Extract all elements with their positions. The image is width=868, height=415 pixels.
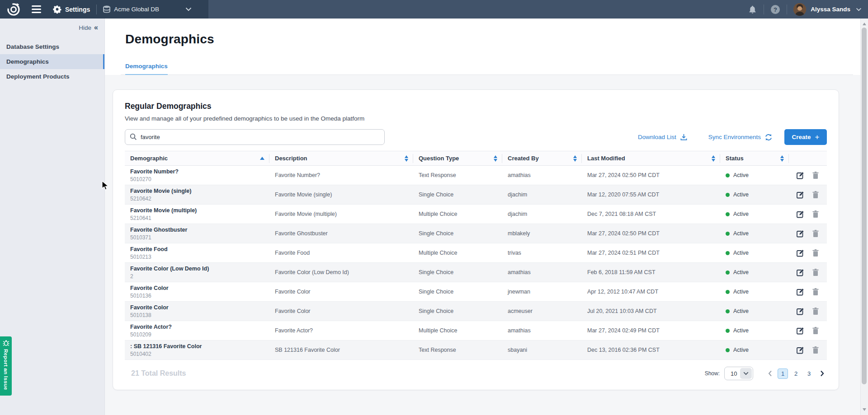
status-dot-icon xyxy=(726,270,730,275)
description-cell: Favorite Actor? xyxy=(269,327,413,334)
menu-icon[interactable] xyxy=(32,5,41,13)
table-row[interactable]: Favorite Color 5010138 Favorite Color Si… xyxy=(125,302,827,321)
sidebar-item-database-settings[interactable]: Database Settings xyxy=(0,39,104,54)
delete-icon[interactable] xyxy=(812,308,819,315)
column-header-demographic[interactable]: Demographic xyxy=(125,154,269,163)
question-circle-icon: ? xyxy=(770,5,780,14)
delete-icon[interactable] xyxy=(812,249,819,256)
bug-icon xyxy=(3,340,9,346)
column-header-description[interactable]: Description xyxy=(269,154,413,163)
table-row[interactable]: Favorite Movie (multiple) 5210641 Favori… xyxy=(125,205,827,224)
database-selector[interactable]: Acme Global DB xyxy=(103,5,192,14)
help-button[interactable]: ? xyxy=(770,5,780,14)
sync-environments-link[interactable]: Sync Environments xyxy=(708,134,773,141)
table-row[interactable]: Favorite Color 5010136 Favorite Color Si… xyxy=(125,282,827,302)
table-row[interactable]: Favorite Actor? 5010209 Favorite Actor? … xyxy=(125,321,827,340)
edit-icon[interactable] xyxy=(797,327,804,335)
status-label: Active xyxy=(733,289,749,295)
delete-icon[interactable] xyxy=(812,230,819,237)
search-icon xyxy=(130,133,137,140)
edit-icon[interactable] xyxy=(797,249,804,257)
demographic-id: 5010402 xyxy=(130,351,269,357)
created-by-cell: sbayani xyxy=(502,347,582,353)
demographic-name: Favorite Actor? xyxy=(130,324,269,330)
page-2-button[interactable]: 2 xyxy=(791,368,801,379)
report-an-issue-tab[interactable]: Report an Issue xyxy=(0,336,12,396)
table-row[interactable]: Favorite Number? 5010270 Favorite Number… xyxy=(125,166,827,185)
scrollbar-thumb[interactable] xyxy=(862,28,867,384)
total-results-label: 21 Total Results xyxy=(131,369,186,378)
hide-sidebar-button[interactable]: Hide « xyxy=(0,19,104,31)
scroll-down-arrow[interactable] xyxy=(863,408,866,411)
tab-demographics[interactable]: Demographics xyxy=(125,63,168,75)
delete-icon[interactable] xyxy=(812,210,819,218)
question-type-cell: Multiple Choice xyxy=(413,327,502,334)
search-input[interactable] xyxy=(125,129,385,145)
content-area: Regular Demographics View and manage all… xyxy=(105,75,860,415)
column-header-question-type[interactable]: Question Type xyxy=(413,154,502,163)
page-1-button[interactable]: 1 xyxy=(778,368,788,379)
navbar-divider xyxy=(96,5,97,14)
description-cell: Favorite Color xyxy=(269,308,413,314)
demographic-name: Favorite Number? xyxy=(130,168,269,175)
notifications-button[interactable] xyxy=(748,5,757,14)
page-size-select[interactable]: 10 xyxy=(724,367,753,380)
status-label: Active xyxy=(733,250,749,256)
create-button[interactable]: Create + xyxy=(784,129,827,145)
column-header-created-by[interactable]: Created By xyxy=(502,154,582,163)
sidebar-item-label: Database Settings xyxy=(6,43,59,50)
edit-icon[interactable] xyxy=(797,308,804,315)
delete-icon[interactable] xyxy=(812,172,819,179)
card-subheading: View and manage all of your predefined d… xyxy=(125,115,827,122)
navbar-right-section: ? Alyssa Sands xyxy=(748,3,868,16)
last-modified-cell: Feb 6, 2018 11:59 AM CST xyxy=(582,269,720,275)
navbar-divider xyxy=(787,5,787,14)
sidebar-item-demographics[interactable]: Demographics xyxy=(0,54,104,69)
edit-icon[interactable] xyxy=(797,210,804,218)
sidebar-item-label: Deployment Products xyxy=(6,73,70,80)
created-by-cell: amathias xyxy=(502,327,582,334)
top-navbar: Settings Acme Global DB xyxy=(0,0,868,19)
vertical-scrollbar[interactable] xyxy=(860,19,868,415)
edit-icon[interactable] xyxy=(797,346,804,354)
delete-icon[interactable] xyxy=(812,327,819,334)
edit-icon[interactable] xyxy=(797,288,804,296)
user-menu[interactable]: Alyssa Sands xyxy=(793,3,862,16)
next-page-button[interactable] xyxy=(817,368,827,378)
table-row[interactable]: : SB 121316 Favorite Color 5010402 SB 12… xyxy=(125,340,827,360)
table-footer: 21 Total Results Show: 10 xyxy=(125,360,827,389)
created-by-cell: jnewman xyxy=(502,289,582,295)
edit-icon[interactable] xyxy=(797,269,804,276)
scroll-up-arrow[interactable] xyxy=(863,23,866,25)
omeda-logo-icon[interactable] xyxy=(6,2,21,17)
sort-icon xyxy=(780,155,784,162)
created-by-cell: amathias xyxy=(502,172,582,178)
sidebar-item-deployment-products[interactable]: Deployment Products xyxy=(0,69,104,84)
column-header-status[interactable]: Status xyxy=(720,154,789,163)
sort-icon xyxy=(405,155,408,162)
delete-icon[interactable] xyxy=(812,346,819,354)
question-type-cell: Single Choice xyxy=(413,230,502,237)
last-modified-cell: Dec 7, 2021 08:18 AM CST xyxy=(582,211,720,217)
delete-icon[interactable] xyxy=(812,269,819,276)
description-cell: Favorite Color (Low Demo Id) xyxy=(269,269,413,275)
settings-nav[interactable]: Settings xyxy=(53,5,90,14)
last-modified-cell: Mar 27, 2024 02:50 PM CDT xyxy=(582,230,720,237)
edit-icon[interactable] xyxy=(797,230,804,238)
select-chevron-button xyxy=(740,368,752,379)
question-type-cell: Single Choice xyxy=(413,269,502,275)
demographic-id: 5010136 xyxy=(130,293,269,299)
delete-icon[interactable] xyxy=(812,288,819,295)
column-header-last-modified[interactable]: Last Modified xyxy=(582,154,720,163)
delete-icon[interactable] xyxy=(812,191,819,198)
question-type-cell: Multiple Choice xyxy=(413,250,502,256)
edit-icon[interactable] xyxy=(797,191,804,199)
table-row[interactable]: Favorite Ghostbuster 5010371 Favorite Gh… xyxy=(125,224,827,243)
table-row[interactable]: Favorite Food 5010213 Favorite Food Mult… xyxy=(125,243,827,263)
edit-icon[interactable] xyxy=(797,172,804,179)
download-list-link[interactable]: Download List xyxy=(638,133,688,141)
previous-page-button[interactable] xyxy=(765,368,775,378)
table-row[interactable]: Favorite Movie (single) 5210642 Favorite… xyxy=(125,185,827,205)
page-3-button[interactable]: 3 xyxy=(804,368,814,379)
table-row[interactable]: Favorite Color (Low Demo Id) 2 Favorite … xyxy=(125,263,827,282)
